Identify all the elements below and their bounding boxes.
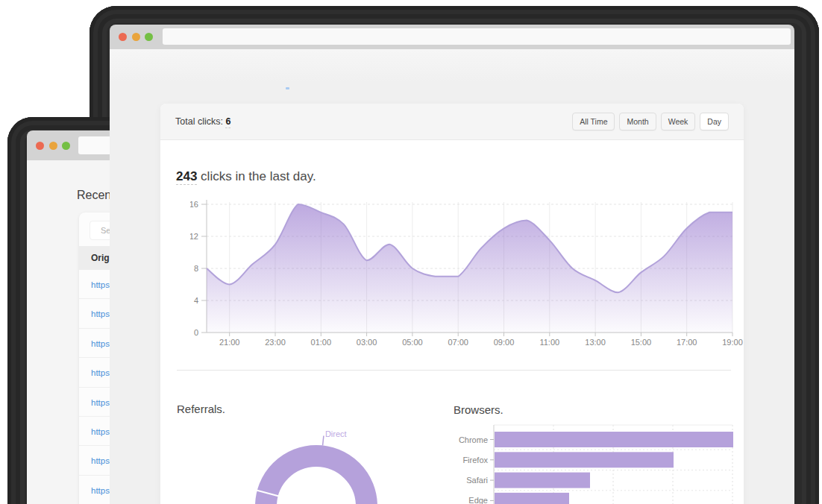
svg-text:16: 16 (190, 200, 198, 209)
svg-text:09:00: 09:00 (494, 338, 515, 347)
svg-text:13:00: 13:00 (585, 338, 606, 347)
range-button-day[interactable]: Day (700, 113, 729, 130)
clicks-area-chart: 21:0023:0001:0003:0005:0007:0009:0011:00… (190, 196, 746, 349)
svg-text:19:00: 19:00 (722, 338, 743, 347)
clicks-count: 243 (176, 169, 197, 185)
front-window: Total clicks: 6 All Time Month Week Day … (110, 25, 794, 504)
dashboard-page: Total clicks: 6 All Time Month Week Day … (110, 49, 794, 504)
total-clicks-text: Total clicks: (175, 116, 223, 127)
svg-text:Safari: Safari (466, 476, 488, 485)
range-button-week[interactable]: Week (661, 113, 696, 130)
svg-text:Firefox: Firefox (462, 456, 488, 464)
traffic-lights (36, 142, 70, 150)
maximize-window-button[interactable] (145, 33, 153, 41)
svg-text:11:00: 11:00 (539, 338, 559, 347)
address-bar[interactable] (163, 28, 791, 45)
svg-text:05:00: 05:00 (402, 338, 423, 347)
clicks-headline-text: clicks in the last day. (197, 169, 316, 183)
svg-text:4: 4 (194, 296, 198, 305)
analytics-card: Total clicks: 6 All Time Month Week Day … (160, 104, 744, 504)
loading-indicator (286, 87, 289, 89)
svg-text:8: 8 (194, 264, 198, 273)
total-clicks-value: 6 (225, 116, 230, 128)
minimize-window-button[interactable] (132, 33, 140, 41)
close-window-button[interactable] (119, 33, 127, 41)
svg-text:21:00: 21:00 (219, 338, 240, 347)
maximize-window-button[interactable] (62, 142, 70, 150)
svg-text:Chrome: Chrome (459, 435, 488, 444)
svg-text:07:00: 07:00 (448, 338, 468, 347)
referrals-donut-chart: Direct (231, 423, 410, 504)
browsers-section-title: Browsers. (454, 403, 503, 416)
front-window-titlebar (110, 25, 794, 49)
range-button-all-time[interactable]: All Time (572, 113, 615, 130)
svg-text:23:00: 23:00 (265, 338, 286, 347)
section-divider (177, 370, 731, 371)
svg-text:01:00: 01:00 (311, 338, 332, 347)
date-range-switcher: All Time Month Week Day (572, 113, 729, 130)
browsers-bar-chart: ChromeFirefoxSafariEdgeOther (455, 420, 738, 504)
clicks-headline: 243 clicks in the last day. (176, 169, 316, 184)
total-clicks-label: Total clicks: 6 (175, 116, 230, 127)
analytics-card-header: Total clicks: 6 All Time Month Week Day (160, 104, 744, 140)
minimize-window-button[interactable] (49, 142, 57, 150)
svg-text:Edge: Edge (468, 496, 488, 504)
svg-text:03:00: 03:00 (357, 338, 377, 347)
referrals-section-title: Referrals. (177, 403, 225, 415)
svg-text:12: 12 (190, 232, 198, 241)
traffic-lights (119, 33, 153, 41)
svg-text:Direct: Direct (325, 429, 347, 438)
close-window-button[interactable] (36, 142, 44, 150)
svg-text:0: 0 (194, 328, 198, 337)
range-button-month[interactable]: Month (619, 113, 656, 130)
svg-text:17:00: 17:00 (677, 338, 697, 347)
svg-text:15:00: 15:00 (631, 338, 652, 347)
